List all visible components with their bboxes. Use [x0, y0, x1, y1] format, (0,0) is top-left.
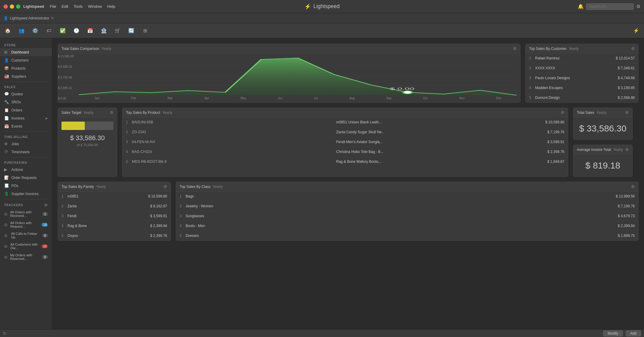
sidebar-item-all-orders-received[interactable]: ⊙ All Orders with Received... 1 — [0, 209, 52, 219]
customer-rank-2: 2 — [529, 66, 535, 70]
sidebar-item-invoices[interactable]: 📄 Invoices ▶ — [0, 114, 52, 122]
actions-icon: ▶ — [4, 167, 9, 172]
refresh-icon[interactable]: ↻ — [51, 16, 54, 20]
sidebar-item-orders[interactable]: 📋 Orders — [0, 106, 52, 114]
all-customers-own-badge: 10 — [41, 244, 48, 248]
product-row-1: 1 BAGUNI-85B m0851 Unisex Black Leath...… — [122, 117, 568, 127]
top-sales-by-customer-title: Top Sales By Customer Yearly — [529, 47, 579, 51]
x-aug: Aug — [349, 96, 355, 100]
x-oct: Oct — [423, 96, 428, 100]
toolbar-home-icon[interactable]: 🏠 — [3, 26, 13, 36]
customer-row-3: 3 Paulo Lovato Designs $ 4,749.68 — [526, 73, 638, 83]
customer-name-2: XXXX XXXX — [535, 66, 611, 70]
average-invoice-gear-icon[interactable]: ⚙ — [625, 147, 629, 152]
sidebar-item-all-orders-request[interactable]: ⊙ All Orders with Request... 18 — [0, 219, 52, 230]
menu-file[interactable]: File — [50, 4, 56, 9]
x-sep: Sep — [386, 96, 392, 100]
customer-name-1: Rafael Ramirez — [535, 56, 611, 60]
sidebar-item-pos[interactable]: 📃 POs — [0, 182, 52, 190]
menu-window[interactable]: Window — [88, 4, 102, 9]
sidebar-item-jobs[interactable]: ⚙ Jobs — [0, 140, 52, 148]
family-name-2: Zanta — [67, 204, 143, 208]
sidebar-item-order-requests[interactable]: 📝 Order Requests — [0, 174, 52, 182]
bottom-bar: ↻ Modify Add — [0, 329, 644, 337]
user-info: 👤 Lightspeed Administrator ↻ — [4, 16, 54, 20]
menu-tools[interactable]: Tools — [74, 4, 83, 9]
sidebar-pos-label: POs — [11, 184, 18, 188]
customer-rank-3: 3 — [529, 76, 535, 80]
top-sales-by-product-gear-icon[interactable]: ⚙ — [561, 110, 564, 115]
refresh-bottom-icon[interactable]: ↻ — [3, 331, 7, 336]
notification-icon[interactable]: 🔔 — [578, 4, 584, 9]
customer-row-5: 5 Dumont Design $ 2,566.88 — [526, 93, 638, 102]
sidebar-item-sros[interactable]: 🔧 SROs — [0, 98, 52, 106]
toolbar-grid-icon[interactable]: ⊞ — [140, 26, 150, 36]
family-rank-5: 5 — [61, 234, 67, 238]
sidebar-events-label: Events — [11, 124, 22, 128]
sidebar-suppliers-label: Suppliers — [11, 74, 26, 79]
toolbar-clock-icon[interactable]: 🕐 — [72, 26, 81, 36]
family-row-3: 3 Fendi $ 3,599.91 — [58, 211, 171, 221]
sidebar-item-events[interactable]: 📅 Events — [0, 122, 52, 130]
top-sales-by-class-gear-icon[interactable]: ⚙ — [631, 184, 635, 189]
class-rank-3: 3 — [180, 214, 186, 218]
sidebar-actions-label: Actions — [11, 168, 23, 172]
all-calls-follow-icon: ⊙ — [4, 233, 9, 238]
toolbar-tag-icon[interactable]: 🏷 — [44, 26, 54, 36]
sros-icon: 🔧 — [4, 100, 9, 104]
search-input[interactable] — [586, 3, 634, 10]
sidebar-item-timesheets[interactable]: ⏱ Timesheets — [0, 148, 52, 156]
add-button[interactable]: Add — [626, 330, 641, 336]
maximize-dot[interactable] — [16, 4, 20, 9]
sidebar-item-suppliers[interactable]: 🏭 Suppliers — [0, 72, 52, 80]
close-dot[interactable] — [4, 4, 8, 9]
family-value-1: $ 10,599.80 — [143, 194, 167, 198]
sidebar-item-my-orders-reserved[interactable]: ⊙ My Orders with Reserved... 0 — [0, 252, 52, 262]
customer-value-1: $ 12,014.57 — [611, 56, 635, 60]
menu-edit[interactable]: Edit — [61, 4, 68, 9]
class-row-5: 5 Dresses $ 1,899.75 — [176, 231, 638, 241]
product-sku-5: MDS-RB-BOOT-Blk-9 — [132, 160, 336, 164]
toolbar-check-icon[interactable]: ✅ — [58, 26, 67, 36]
top-sales-by-family-gear-icon[interactable]: ⚙ — [164, 184, 167, 189]
top-sales-by-customer-gear-icon[interactable]: ⚙ — [631, 46, 635, 51]
top-sales-by-product-period: Yearly — [162, 111, 172, 115]
sidebar-item-all-customers-own[interactable]: ⊙ All Customers with Ow... 10 — [0, 241, 52, 252]
sidebar-item-actions[interactable]: ▶ Actions — [0, 166, 52, 174]
sidebar-orders-label: Orders — [11, 108, 22, 112]
toolbar-refresh-icon[interactable]: 🔄 — [127, 26, 136, 36]
trackers-settings-icon[interactable]: ⚙ — [44, 203, 48, 207]
y-label-5: $ 0.00 — [58, 97, 76, 100]
toolbar-filter-icon[interactable]: ⚡ — [631, 26, 641, 36]
sidebar-item-supplier-invoices[interactable]: 💲 Supplier Invoices — [0, 190, 52, 198]
sidebar-item-quotes[interactable]: 💬 Quotes — [0, 90, 52, 98]
sales-target-gear-icon[interactable]: ⚙ — [110, 110, 113, 115]
modify-button[interactable]: Modify — [603, 330, 623, 336]
product-row-5: 5 MDS-RB-BOOT-Blk-9 Rag & Bone Mallory B… — [122, 157, 568, 166]
adjust-icon[interactable]: ⚙ — [636, 4, 640, 9]
chart-x-labels: Jan Feb Mar Apr May Jun Jul Aug Sep Oct … — [79, 95, 517, 100]
svg-point-6 — [403, 91, 412, 94]
toolbar-calendar-icon[interactable]: 📅 — [85, 26, 95, 36]
total-sales-comparison-gear-icon[interactable]: ⚙ — [513, 46, 517, 51]
toolbar-people-icon[interactable]: 👥 — [17, 26, 26, 36]
sidebar-item-dashboard[interactable]: ⊞ Dashboard — [0, 48, 52, 56]
sidebar-item-products[interactable]: 📦 Products — [0, 64, 52, 72]
total-sales-gear-icon[interactable]: ⚙ — [625, 110, 629, 115]
menu-help[interactable]: Help — [107, 4, 115, 9]
toolbar-cart-icon[interactable]: 🛒 — [113, 26, 122, 36]
product-rank-2: 2 — [126, 130, 132, 134]
class-rank-4: 4 — [180, 224, 186, 228]
product-row-2: 2 ZO-2342 Zanta Candy Sugar Skull Ne... … — [122, 127, 568, 137]
sidebar-item-all-calls-follow[interactable]: ⊙ All Calls to Follow Up 0 — [0, 230, 52, 241]
toolbar-bank-icon[interactable]: 🏦 — [99, 26, 109, 36]
family-name-1: m0851 — [67, 194, 143, 198]
family-value-4: $ 2,399.84 — [143, 224, 167, 228]
class-value-1: $ 12,999.56 — [611, 194, 635, 198]
sidebar-item-customers[interactable]: 👤 Customers — [0, 56, 52, 64]
customer-rank-1: 1 — [529, 56, 535, 60]
toolbar-settings-icon[interactable]: ⚙️ — [30, 26, 40, 36]
minimize-dot[interactable] — [10, 4, 14, 9]
class-name-2: Jewelry - Women — [186, 204, 611, 208]
customer-rank-5: 5 — [529, 96, 535, 100]
